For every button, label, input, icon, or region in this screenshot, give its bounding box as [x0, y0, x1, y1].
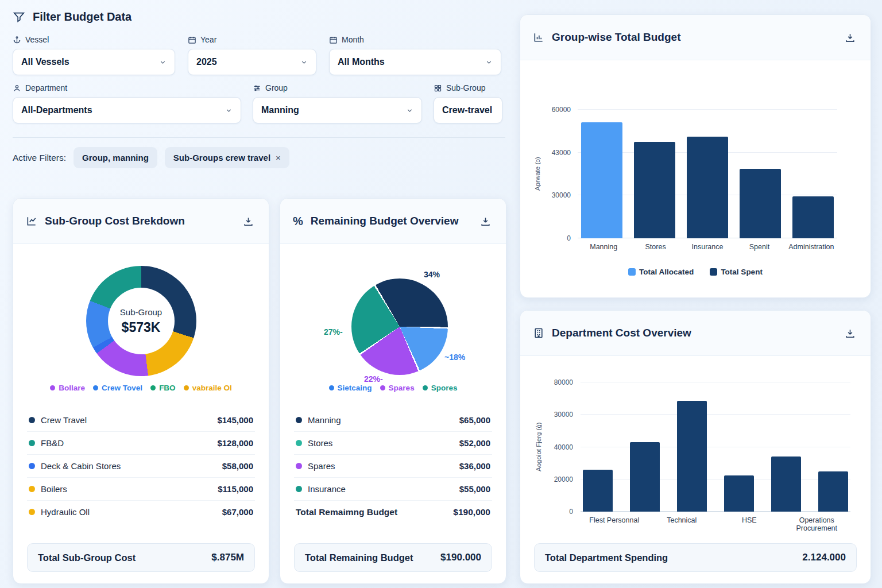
pie-percent-label: 34%	[424, 270, 440, 279]
year-label-text: Year	[200, 35, 216, 44]
department-card-title: Department Cost Overview	[552, 327, 835, 339]
department-label-text: Department	[25, 83, 67, 92]
close-icon[interactable]: ×	[276, 153, 281, 163]
row-label: Stores	[308, 438, 332, 448]
subgroup-cost-card: Sub-Group Cost Brekdown Sub-Group $573K …	[13, 198, 269, 584]
download-icon	[480, 216, 491, 227]
subgroup-total-box: Total Sub-Group Cost $.875M	[27, 543, 255, 572]
remaining-budget-list: Manning$65,000Stores$52,000Spares$36,000…	[294, 409, 492, 524]
vessel-label: Vessel	[13, 35, 175, 44]
bar	[581, 122, 622, 238]
legend-item: Sietcaing	[329, 384, 372, 392]
row-dot	[296, 440, 302, 446]
legend-item: vabraile Ol	[184, 384, 232, 392]
month-select[interactable]: All Months	[329, 49, 501, 75]
legend-item: Spares	[380, 384, 415, 392]
month-select-value: All Months	[338, 57, 385, 67]
legend-item: Bollare	[50, 384, 85, 392]
list-item: Spares$36,000	[294, 455, 492, 478]
vessel-icon	[13, 36, 21, 44]
bar-chart-icon	[533, 32, 544, 43]
download-button[interactable]	[842, 30, 858, 45]
row-left: Stores	[296, 438, 332, 448]
bar	[687, 137, 728, 238]
y-tick-label: 20000	[554, 475, 573, 483]
list-item: Hydraulic Oll$67,000	[27, 501, 255, 523]
row-label: Crew Travel	[41, 415, 87, 425]
list-item: Insurance$55,000	[294, 478, 492, 501]
chevron-down-icon	[485, 59, 493, 66]
legend-label: FBO	[159, 384, 176, 392]
x-axis-label: Stores	[629, 243, 681, 251]
row-dot	[29, 509, 35, 515]
pie-percent-label: ~18%	[444, 353, 465, 362]
row-value: $55,000	[459, 484, 490, 494]
bar	[771, 457, 801, 512]
vessel-select[interactable]: All Vessels	[13, 49, 175, 75]
row-value: $145,000	[217, 415, 253, 425]
filter-panel-header: Filter Budget Data	[13, 10, 505, 24]
row-value: $52,000	[459, 438, 490, 448]
bar	[740, 169, 781, 238]
download-button[interactable]	[842, 326, 858, 341]
row-dot	[29, 440, 35, 446]
month-label-text: Month	[342, 35, 364, 44]
remaining-total-label: Total Remaining Budget	[305, 552, 413, 563]
row-value: $67,000	[222, 507, 253, 517]
legend-marker	[150, 385, 156, 390]
download-button[interactable]	[241, 214, 256, 229]
row-left: Insurance	[296, 484, 346, 494]
legend-marker	[628, 268, 636, 276]
calendar-icon	[188, 36, 196, 44]
row-dot	[296, 463, 302, 469]
legend-item: Total Allocated	[628, 268, 694, 276]
filters-divider	[13, 137, 505, 138]
pie-percent-label: 27%-	[324, 327, 343, 336]
vessel-label-text: Vessel	[25, 35, 49, 44]
list-item: Crew Travel$145,000	[27, 409, 255, 432]
row-label: Insurance	[308, 484, 346, 494]
x-axis: Flest PersonnalTechnicalHSEOperations Pr…	[581, 516, 850, 532]
x-axis-label: HSE	[715, 516, 783, 532]
filter-chip-subgroup[interactable]: Sub-Groups crew travel ×	[165, 147, 289, 168]
list-item: FB&D$128,000	[27, 432, 255, 455]
download-icon	[845, 328, 856, 339]
download-button[interactable]	[478, 214, 493, 229]
month-label: Month	[329, 35, 501, 44]
donut-center-label: Sub-Group	[120, 307, 162, 317]
row-left: Manning	[296, 415, 341, 425]
y-axis-title: Aprwate (ɔ)	[534, 110, 541, 238]
active-filters-row: Active Filters: Group, manning Sub-Group…	[13, 147, 505, 168]
row-label: Manning	[308, 415, 341, 425]
department-total-label: Total Department Spending	[545, 552, 668, 563]
remaining-pie-chart	[351, 278, 448, 375]
calendar-icon	[329, 36, 338, 44]
group-select[interactable]: Manning	[253, 97, 422, 123]
legend-label: Spares	[389, 384, 415, 392]
department-select-value: All-Departments	[21, 105, 92, 115]
bar	[724, 475, 754, 512]
bar	[677, 401, 707, 512]
y-tick-label: 43000	[552, 149, 571, 157]
breakdown-chart-icon	[26, 215, 37, 227]
department-select[interactable]: All-Departments	[13, 97, 241, 123]
sliders-icon	[253, 84, 261, 92]
remaining-pie-area: 34% 27%- 22%- ~18%	[280, 254, 506, 392]
legend-marker	[329, 385, 334, 390]
x-axis-label: Insurance	[682, 243, 733, 251]
legend-marker	[93, 385, 98, 390]
chevron-down-icon	[225, 107, 233, 114]
group-budget-card: Group-wise Total Budget Aprwate (ɔ) 6000…	[520, 14, 871, 298]
filter-field-month: Month All Months	[329, 35, 501, 75]
row-value: $128,000	[217, 438, 253, 448]
filter-panel-title: Filter Budget Data	[33, 10, 131, 24]
subgroup-select[interactable]: Crew-travel	[434, 97, 502, 123]
y-tick-label: 0	[569, 508, 573, 516]
legend-label: Total Spent	[721, 268, 763, 276]
chevron-down-icon	[300, 59, 308, 66]
row-value: $65,000	[459, 415, 490, 425]
legend-label: Total Allocated	[639, 268, 694, 276]
bar	[818, 471, 848, 512]
year-select[interactable]: 2025	[188, 49, 316, 75]
filter-chip-group[interactable]: Group, manning	[74, 147, 157, 168]
